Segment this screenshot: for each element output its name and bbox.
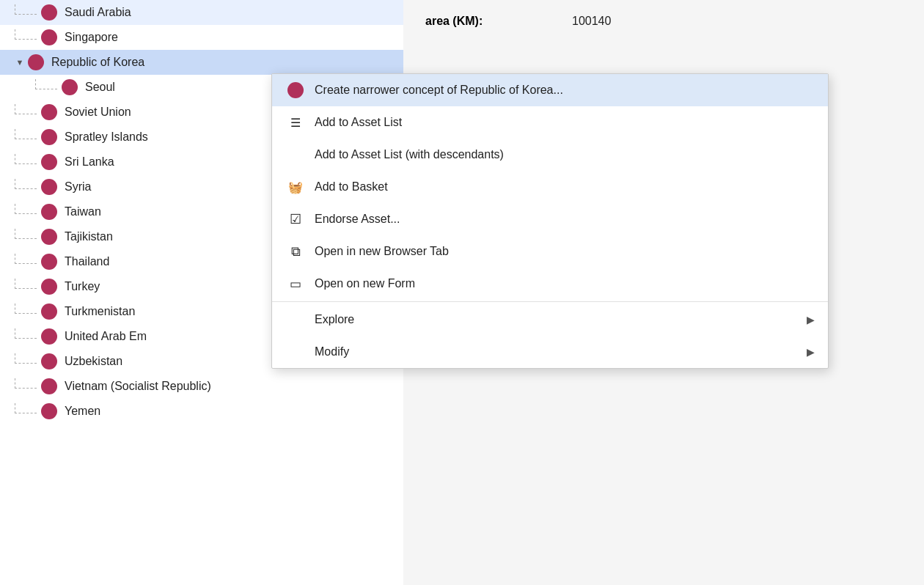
tree-item-yemen[interactable]: Yemen	[0, 399, 403, 424]
submenu-arrow-explore: ▶	[807, 314, 815, 325]
dot-icon-sri-lanka	[41, 154, 57, 170]
tree-branch-spratley-islands	[15, 129, 37, 139]
menu-item-create-narrower[interactable]: Create narrower concept of Republic of K…	[272, 74, 828, 106]
context-menu: Create narrower concept of Republic of K…	[271, 73, 829, 369]
tree-branch-united-arab-em	[15, 328, 37, 339]
tree-label-thailand: Thailand	[65, 255, 109, 268]
tree-branch-saudi-arabia	[15, 4, 37, 15]
area-field-value: 100140	[572, 15, 611, 28]
menu-label-modify: Modify	[315, 345, 807, 358]
menu-item-add-asset-list[interactable]: ☰Add to Asset List	[272, 106, 828, 139]
tree-branch-sri-lanka	[15, 154, 37, 164]
menu-label-explore: Explore	[315, 313, 807, 326]
menu-item-open-form[interactable]: ▭Open on new Form	[272, 268, 828, 300]
dot-icon-saudi-arabia	[41, 4, 57, 21]
tree-branch-singapore	[15, 29, 37, 40]
area-field-label: area (KM):	[425, 15, 572, 28]
tree-label-singapore: Singapore	[65, 31, 118, 44]
dot-icon-republic-of-korea	[28, 54, 44, 70]
expand-arrow-republic-of-korea[interactable]: ▼	[15, 57, 25, 67]
dot-icon-turkmenistan	[41, 303, 57, 320]
tree-label-tajikistan: Tajikistan	[65, 230, 113, 243]
dot-icon	[285, 82, 306, 98]
dot-icon-soviet-union	[41, 104, 57, 120]
menu-item-explore[interactable]: Explore▶	[272, 303, 828, 336]
menu-item-endorse-asset[interactable]: ☑Endorse Asset...	[272, 203, 828, 235]
tree-label-syria: Syria	[65, 180, 91, 194]
tree-label-republic-of-korea: Republic of Korea	[51, 56, 144, 69]
tree-branch-vietnam	[15, 378, 37, 389]
tree-branch-thailand	[15, 254, 37, 264]
tree-branch-turkmenistan	[15, 303, 37, 314]
dot-icon-spratley-islands	[41, 129, 57, 145]
tree-label-seoul: Seoul	[85, 81, 115, 94]
tree-branch-uzbekistan	[15, 353, 37, 364]
dot-icon-united-arab-em	[41, 328, 57, 345]
dot-icon-taiwan	[41, 204, 57, 220]
basket-icon: 🧺	[285, 180, 306, 194]
tree-label-spratley-islands: Spratley Islands	[65, 130, 148, 144]
tree-label-united-arab-em: United Arab Em	[65, 330, 147, 343]
tree-label-soviet-union: Soviet Union	[65, 106, 131, 119]
menu-label-create-narrower: Create narrower concept of Republic of K…	[315, 84, 815, 97]
submenu-arrow-modify: ▶	[807, 346, 815, 358]
menu-item-open-browser-tab[interactable]: ⧉Open in new Browser Tab	[272, 235, 828, 268]
menu-label-add-asset-list: Add to Asset List	[315, 116, 815, 129]
menu-label-add-asset-descendants: Add to Asset List (with descendants)	[315, 148, 815, 161]
tree-branch-tajikistan	[15, 229, 37, 239]
tree-label-sri-lanka: Sri Lanka	[65, 155, 114, 169]
tree-branch-seoul	[35, 79, 57, 89]
browser-icon: ⧉	[285, 244, 306, 260]
menu-label-open-browser-tab: Open in new Browser Tab	[315, 245, 815, 258]
tree-item-saudi-arabia[interactable]: Saudi Arabia	[0, 0, 403, 25]
tree-label-turkmenistan: Turkmenistan	[65, 305, 135, 318]
dot-icon-syria	[41, 179, 57, 195]
menu-separator-explore	[272, 301, 828, 302]
tree-label-saudi-arabia: Saudi Arabia	[65, 6, 131, 19]
menu-item-add-basket[interactable]: 🧺Add to Basket	[272, 171, 828, 203]
dot-icon-tajikistan	[41, 229, 57, 245]
menu-dot-icon	[287, 82, 304, 98]
area-field-row: area (KM): 100140	[425, 15, 902, 28]
tree-label-taiwan: Taiwan	[65, 205, 101, 218]
dot-icon-yemen	[41, 403, 57, 419]
checkbox-icon: ☑	[285, 211, 306, 227]
tree-label-yemen: Yemen	[65, 405, 100, 418]
dot-icon-turkey	[41, 279, 57, 295]
menu-label-open-form: Open on new Form	[315, 277, 815, 290]
menu-item-add-asset-descendants[interactable]: Add to Asset List (with descendants)	[272, 139, 828, 171]
tree-branch-soviet-union	[15, 104, 37, 114]
tree-branch-syria	[15, 179, 37, 189]
menu-item-modify[interactable]: Modify▶	[272, 336, 828, 368]
tree-item-vietnam[interactable]: Vietnam (Socialist Republic)	[0, 374, 403, 399]
tree-label-uzbekistan: Uzbekistan	[65, 355, 122, 368]
tree-label-turkey: Turkey	[65, 280, 100, 293]
form-icon: ▭	[285, 276, 306, 292]
tree-branch-yemen	[15, 403, 37, 413]
dot-icon-thailand	[41, 254, 57, 270]
menu-label-add-basket: Add to Basket	[315, 180, 815, 194]
dot-icon-vietnam	[41, 378, 57, 394]
dot-icon-singapore	[41, 29, 57, 45]
dot-icon-uzbekistan	[41, 353, 57, 369]
tree-branch-taiwan	[15, 204, 37, 214]
tree-item-republic-of-korea[interactable]: ▼Republic of Korea	[0, 50, 403, 75]
tree-branch-turkey	[15, 279, 37, 289]
menu-label-endorse-asset: Endorse Asset...	[315, 213, 815, 226]
dot-icon-seoul	[62, 79, 78, 95]
tree-item-singapore[interactable]: Singapore	[0, 25, 403, 50]
tree-label-vietnam: Vietnam (Socialist Republic)	[65, 380, 211, 393]
list-icon: ☰	[285, 116, 306, 130]
